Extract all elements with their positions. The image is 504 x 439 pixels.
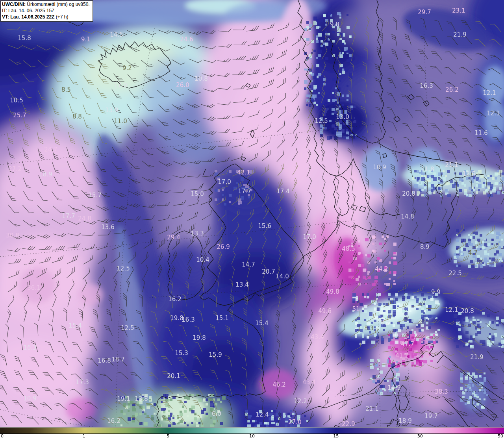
map-value-label: 19.1 bbox=[117, 395, 130, 402]
map-value-label: 12.5 bbox=[315, 117, 328, 124]
title-line-product: UWC/DINI: Úrkomumætti (mm) og uv850. bbox=[2, 2, 90, 8]
map-value-label: 44.2 bbox=[375, 265, 388, 272]
map-value-label: 29.7 bbox=[418, 9, 431, 16]
map-value-label: 24.6 bbox=[180, 36, 193, 43]
map-value-label: 18.9 bbox=[398, 417, 411, 424]
map-value-label: 13.8 bbox=[135, 395, 148, 402]
map-value-label: 13.0 bbox=[336, 113, 349, 120]
map-value-label: 15.3 bbox=[175, 350, 188, 357]
map-value-label: 17.0 bbox=[114, 82, 127, 89]
map-value-label: 17.7 bbox=[62, 213, 75, 220]
map-value-label: 11.8 bbox=[421, 166, 434, 173]
colorbar-tick-label: 1 bbox=[83, 433, 85, 439]
map-value-label: 15.8 bbox=[18, 35, 31, 42]
map-value-label: 49.8 bbox=[326, 288, 339, 295]
map-value-label: 14.9 bbox=[387, 384, 400, 391]
map-value-label: 25.7 bbox=[13, 112, 26, 119]
map-value-label: 9.1 bbox=[81, 36, 91, 43]
map-value-label: 24.8 bbox=[78, 215, 91, 222]
map-value-label: 16.8 bbox=[98, 357, 111, 364]
map-value-label: 20.8 bbox=[402, 190, 415, 197]
map-value-label: 30.8 bbox=[6, 232, 19, 239]
map-value-label: 13.4 bbox=[235, 281, 248, 288]
map-value-label: 49.6 bbox=[318, 307, 331, 315]
map-value-label: 20.7 bbox=[262, 268, 275, 275]
map-value-label: 12.1 bbox=[445, 306, 458, 313]
map-value-label: 26.9 bbox=[217, 243, 230, 250]
map-value-label: 43.4 bbox=[311, 333, 324, 341]
map-value-label: 10.4 bbox=[196, 256, 209, 263]
map-value-label: 15.1 bbox=[215, 315, 228, 322]
map-value-label: 26.2 bbox=[445, 86, 458, 93]
map-value-label: 12.5 bbox=[121, 324, 134, 332]
map-value-label: 8.3 bbox=[364, 325, 374, 332]
map-value-label: 8.2 bbox=[381, 319, 390, 326]
map-value-label: 17.3 bbox=[76, 379, 89, 386]
map-value-label: 11.6 bbox=[474, 130, 487, 137]
map-value-label: 15.7 bbox=[88, 192, 101, 199]
map-value-label: 20.8 bbox=[461, 307, 474, 315]
title-line-valid-time: VT: Lau. 14.06.2025 22Z (+7 h) bbox=[2, 14, 90, 20]
map-value-label: 18.9 bbox=[39, 171, 52, 178]
map-value-label: 21.9 bbox=[453, 31, 466, 38]
map-value-label: 8.9 bbox=[420, 243, 430, 250]
map-value-label: 15.4 bbox=[255, 320, 268, 327]
map-value-label: 23.1 bbox=[452, 7, 465, 14]
colorbar-tick-label: 10 bbox=[249, 433, 255, 439]
map-value-label: 51 bbox=[352, 306, 359, 313]
map-value-label: 48.5 bbox=[342, 245, 355, 252]
map-value-label: 17.0 bbox=[218, 178, 231, 185]
weather-map-screen: 15.89.114.524.69.829.723.121.99.210.810.… bbox=[0, 0, 504, 439]
map-value-label: 19.8 bbox=[193, 334, 206, 341]
map-value-label: 12.5 bbox=[117, 265, 130, 272]
map-value-label: 8.8 bbox=[72, 113, 82, 120]
map-value-label: 12.1 bbox=[483, 89, 496, 96]
title-box: UWC/DINI: Úrkomumætti (mm) og uv850. IT:… bbox=[0, 0, 93, 22]
map-value-label: 15.9 bbox=[209, 351, 222, 358]
map-value-label: 4.7 bbox=[468, 249, 478, 256]
precip-blob bbox=[66, 398, 96, 421]
map-value-label: 17.7 bbox=[238, 188, 251, 195]
map-value-label: 9.8 bbox=[330, 21, 339, 28]
colorbar-tick-label: 50 bbox=[498, 433, 503, 439]
map-value-label: 19.7 bbox=[424, 413, 437, 420]
title-line-init-time: IT: Lau. 14. 06. 2025 15Z bbox=[2, 8, 90, 14]
map-value-label: 16.2 bbox=[107, 417, 120, 424]
map-value-label: 27.0 bbox=[288, 419, 301, 426]
map-value-label: 13.3 bbox=[191, 230, 204, 237]
map-value-label: 36.1 bbox=[27, 284, 40, 291]
map-value-label: 42.0 bbox=[319, 195, 332, 202]
map-value-label: 16.3 bbox=[182, 316, 195, 323]
map-value-label: 22.9 bbox=[342, 420, 355, 427]
map-value-label: 16.3 bbox=[420, 82, 433, 89]
map-value-label: 10.8 bbox=[195, 75, 208, 82]
colorbar-ticks: 01510153050 bbox=[0, 434, 504, 439]
map-value-label: 16.3 bbox=[23, 344, 36, 351]
map-value-label: 11.0 bbox=[114, 118, 127, 125]
map-value-label: 10.5 bbox=[10, 97, 23, 104]
map-value-label: 17.0 bbox=[303, 233, 316, 241]
map-value-label: 24.7 bbox=[44, 146, 57, 153]
map-value-label: 16.2 bbox=[168, 296, 181, 303]
map-value-label: 13.6 bbox=[101, 224, 114, 231]
map-value-label: 21.9 bbox=[470, 354, 483, 361]
map-value-label: 41.4 bbox=[296, 152, 309, 159]
map-value-label: 39.2 bbox=[21, 263, 34, 270]
map-value-label: 35.5 bbox=[258, 82, 271, 89]
colorbar-tick-label: 5 bbox=[167, 433, 169, 439]
map-value-label: 9.2 bbox=[122, 65, 132, 72]
map-value-label: 14.7 bbox=[242, 261, 255, 268]
map-value-label: 18.7 bbox=[111, 356, 124, 363]
colorbar-tick-label: 30 bbox=[417, 433, 423, 439]
map-value-label: 14.0 bbox=[276, 273, 289, 280]
colorbar-tick-label: 0 bbox=[1, 433, 4, 439]
weather-map: 15.89.114.524.69.829.723.121.99.210.810.… bbox=[0, 0, 504, 427]
map-value-label: 20.1 bbox=[167, 372, 180, 380]
map-value-label: 41.3 bbox=[322, 169, 335, 176]
map-value-label: 22.5 bbox=[448, 270, 461, 277]
map-value-label: 15.6 bbox=[258, 222, 271, 230]
map-value-label: 15.0 bbox=[191, 191, 204, 198]
map-value-label: 12.1 bbox=[487, 110, 500, 117]
map-value-label: 43.4 bbox=[302, 379, 315, 386]
colorbar: 01510153050 bbox=[0, 427, 504, 439]
